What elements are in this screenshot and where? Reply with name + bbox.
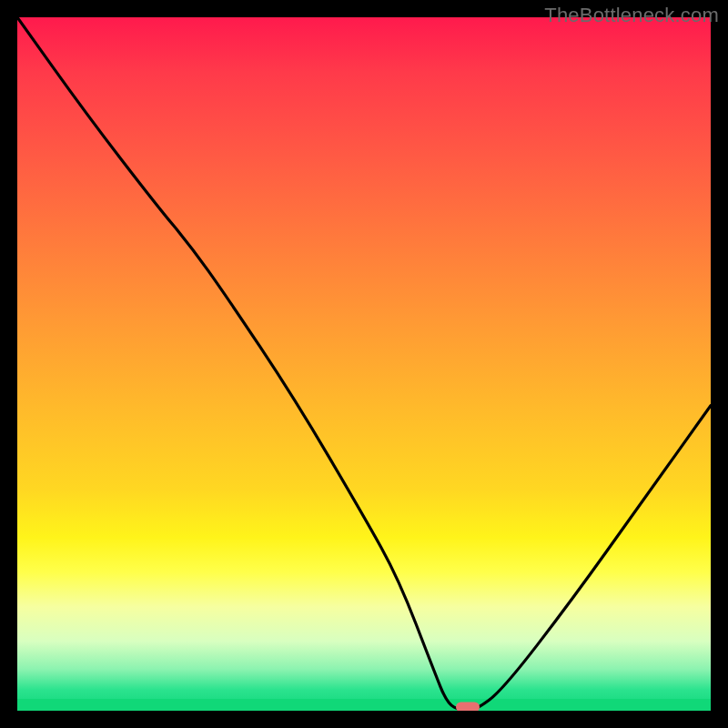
chart-frame: TheBottleneck.com: [0, 0, 728, 728]
optimum-marker: [456, 703, 480, 712]
plot-area: [17, 17, 711, 711]
bottleneck-curve: [17, 17, 711, 711]
watermark-text: TheBottleneck.com: [544, 4, 719, 27]
